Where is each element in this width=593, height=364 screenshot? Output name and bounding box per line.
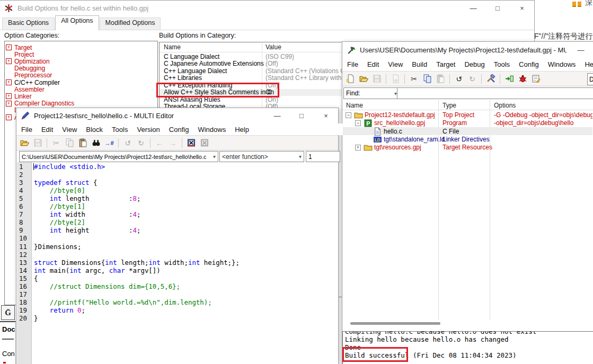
function-combo[interactable]: <enter function> ▾ [219, 151, 304, 162]
chevron-down-icon[interactable]: ▾ [297, 154, 302, 159]
expand-minus-icon[interactable]: − [355, 120, 361, 126]
menu-build[interactable]: Build [412, 60, 427, 68]
tree-row[interactable]: +tgt\resources.gpjTarget Resources [343, 143, 592, 151]
code-line[interactable]: 6 //btye[1] [17, 202, 335, 210]
code-line[interactable]: 16 //struct Dimensions dim={10,5,6}; [17, 282, 335, 290]
tab-all-options[interactable]: All Options [55, 15, 99, 30]
menu-help[interactable]: Help [235, 126, 249, 134]
menu-edit[interactable]: Edit [367, 60, 379, 68]
ime-language-icon[interactable]: G̈ [1, 305, 15, 320]
menu-help[interactable]: Help [585, 60, 593, 68]
code-line[interactable]: 12 [17, 251, 335, 259]
find-input[interactable] [397, 87, 593, 99]
paste-icon[interactable] [77, 137, 88, 149]
code-line[interactable]: 11}Dimensions; [17, 243, 335, 251]
code-line[interactable]: 18 //printf("Hello world.=%d\n",dim.leng… [17, 298, 335, 306]
category-item[interactable]: Debugging [6, 65, 45, 72]
menu-file[interactable]: File [21, 126, 32, 134]
expand-plus-icon[interactable]: + [6, 58, 12, 64]
tab-basic-options[interactable]: Basic Options [2, 17, 55, 30]
code-line[interactable]: 2 [17, 171, 335, 179]
category-item[interactable]: +Optimization [6, 58, 50, 65]
menu-file[interactable]: File [347, 60, 358, 68]
code-line[interactable]: 10 [17, 234, 335, 242]
close-button[interactable]: × [314, 108, 338, 123]
category-item[interactable]: +Target [6, 44, 32, 51]
code-line[interactable]: 13struct Dimensions{int length;int width… [17, 259, 335, 267]
chevron-down-icon[interactable]: ▾ [211, 154, 216, 159]
find-combo[interactable]: Find: ▾ [343, 87, 400, 99]
minimize-button[interactable]: — [461, 1, 485, 15]
notes-icon[interactable] [530, 73, 542, 85]
expand-plus-icon[interactable]: + [6, 79, 12, 85]
menu-config[interactable]: Config [519, 60, 539, 68]
expand-plus-icon[interactable]: + [6, 93, 12, 99]
code-line[interactable]: 8 //btye[2] [17, 218, 335, 226]
column-name[interactable]: Name [164, 43, 181, 51]
menu-edit[interactable]: Edit [41, 126, 53, 134]
expand-plus-icon[interactable]: + [355, 145, 361, 150]
category-item[interactable]: Assembler [6, 86, 45, 93]
menu-debug[interactable]: Debug [464, 60, 484, 68]
maximize-button[interactable]: □ [485, 1, 510, 15]
category-item[interactable]: +C/C++ Compiler [6, 79, 60, 86]
tree-row[interactable]: LDtgt\standalone_ram.ldLinker Directives [343, 135, 592, 143]
build-icon[interactable] [485, 73, 497, 85]
menu-target[interactable]: Target [436, 60, 455, 68]
menu-view[interactable]: View [62, 126, 77, 134]
menu-version[interactable]: Version [137, 126, 160, 134]
minimize-button[interactable]: — [265, 108, 289, 123]
tree-row[interactable]: −Project12-test\default.gpjTop Project-G… [343, 111, 592, 119]
chevron-down-icon[interactable]: ▾ [392, 91, 397, 96]
code-line[interactable]: 14int main(int argc, char *argv[]) [17, 267, 335, 274]
menu-config[interactable]: Config [169, 126, 189, 134]
line-number-field[interactable]: 1 [306, 151, 340, 162]
code-line[interactable]: 1#include <stdio.h> [17, 163, 335, 171]
tree-row[interactable]: hello.cC File [343, 127, 592, 135]
code-line[interactable]: 9 int height :4; [17, 226, 335, 234]
tree-column-type[interactable]: Type [442, 102, 456, 109]
debug-icon[interactable] [517, 73, 528, 85]
code-line[interactable]: 5 int length :8; [17, 194, 335, 202]
new-file-icon[interactable] [344, 73, 356, 85]
menu-tools[interactable]: Tools [112, 126, 128, 134]
code-line[interactable]: 17 [17, 290, 335, 298]
copy-icon[interactable] [421, 73, 433, 85]
code-line[interactable]: 3typedef struct { [17, 179, 335, 187]
connect-icon[interactable] [503, 73, 515, 85]
column-value[interactable]: Value [265, 43, 281, 51]
code-line[interactable]: 15{ [17, 274, 335, 282]
toolbar-fragment-field[interactable]: D [587, 73, 593, 85]
expand-plus-icon[interactable]: + [6, 45, 12, 50]
tab-modified-options[interactable]: Modified Options [100, 17, 161, 30]
close-button[interactable]: × [510, 1, 534, 15]
menu-windows[interactable]: Windows [548, 60, 576, 68]
cut-icon[interactable]: ✂ [408, 73, 420, 85]
goto-line-icon[interactable]: →# [103, 137, 115, 149]
category-item[interactable]: +Compiler Diagnostics [6, 100, 74, 107]
code-line[interactable]: 7 int width :4; [17, 210, 335, 218]
category-item[interactable]: +Linker [6, 93, 32, 100]
category-item[interactable]: Project [6, 51, 34, 58]
tree-row[interactable]: −Psrc_hello\hello.gpjProgram-object_dir=… [343, 119, 592, 127]
menu-windows[interactable]: Windows [198, 126, 226, 134]
horizontal-scrollbar[interactable] [350, 322, 440, 325]
code-line[interactable]: 4 //btye[0] [17, 187, 335, 194]
code-line[interactable]: 20} [17, 314, 335, 322]
code-line[interactable]: 19 return 0; [17, 306, 335, 314]
open-folder-icon[interactable] [358, 73, 369, 85]
category-item[interactable]: Preprocessor [6, 72, 52, 79]
menu-block[interactable]: Block [86, 126, 103, 134]
maximize-button[interactable]: □ [289, 108, 314, 123]
expand-plus-icon[interactable]: + [6, 114, 12, 120]
tree-column-options[interactable]: Options [494, 102, 516, 109]
expand-plus-icon[interactable]: + [6, 101, 12, 106]
menu-tools[interactable]: Tools [494, 60, 510, 68]
file-path-combo[interactable]: C:\Users\USER\Documents\My Projects\Proj… [19, 151, 218, 162]
tree-column-name[interactable]: Name [346, 102, 363, 109]
expand-minus-icon[interactable]: − [346, 112, 351, 118]
find-icon[interactable] [90, 137, 102, 149]
minimize-button[interactable]: — [569, 42, 593, 58]
undo-icon[interactable]: ↺ [453, 73, 465, 85]
open-folder-icon[interactable] [19, 137, 30, 149]
